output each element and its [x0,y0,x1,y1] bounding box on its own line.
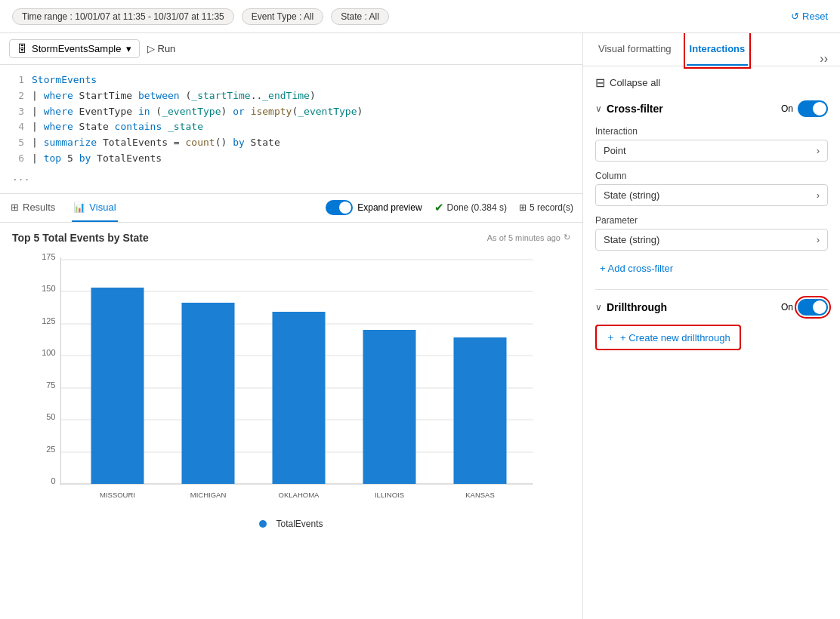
interaction-chevron-icon: › [817,145,820,156]
toggle-knob [339,202,351,214]
drillthrough-toggle[interactable] [798,299,828,316]
drillthrough-toggle-row: On [781,299,828,316]
bar-kansas[interactable] [454,337,507,484]
expand-preview-toggle[interactable]: Expand preview [326,200,422,215]
main-area: 🗄 StormEventsSample ▾ ▷ Run 1 StormEvent… [0,33,840,619]
svg-text:25: 25 [46,445,55,454]
plus-icon: ＋ [606,331,616,344]
svg-text:125: 125 [42,316,55,325]
crossfilter-chevron[interactable]: ∨ [595,103,602,114]
parameter-field: Parameter State (string) › [595,215,828,251]
table-icon: ⊞ [11,202,19,213]
bar-chart-svg: 0 25 50 75 100 125 150 175 [12,250,570,529]
time-range-badge: Time range : 10/01/07 at 11:35 - 10/31/0… [12,8,234,25]
database-icon: 🗄 [17,43,27,54]
code-line-2: 2 | where StartTime between (_startTime.… [12,88,570,104]
interaction-field: Interaction Point › [595,126,828,162]
collapse-all-btn[interactable]: ⊟ Collapse all [595,75,828,90]
top-bar: Time range : 10/01/07 at 11:35 - 10/31/0… [0,0,840,33]
chart-area: Top 5 Total Events by State As of 5 minu… [0,223,582,619]
add-crossfilter-button[interactable]: + Add cross-filter [595,260,673,277]
parameter-chevron-icon: › [817,234,820,245]
crossfilter-toggle[interactable] [798,100,828,117]
db-chevron-icon: ▾ [126,43,131,54]
svg-text:150: 150 [42,284,55,293]
svg-text:MICHIGAN: MICHIGAN [190,491,227,499]
bar-oklahoma[interactable] [273,312,326,484]
drillthrough-section: ∨ Drillthrough On ＋ + Create new drillth… [595,299,828,350]
tab-interactions[interactable]: Interactions [687,33,749,66]
reset-icon: ↺ [791,11,799,22]
column-select[interactable]: State (string) › [595,184,828,206]
code-editor[interactable]: 1 StormEvents 2 | where StartTime betwee… [0,65,582,194]
check-icon: ✔ [434,201,444,214]
code-line-1: 1 StormEvents [12,72,570,88]
toggle-knob [813,300,826,314]
svg-text:175: 175 [42,252,55,261]
state-badge: State : All [331,8,389,25]
query-bar: 🗄 StormEventsSample ▾ ▷ Run [0,33,582,65]
svg-text:100: 100 [42,348,55,357]
bar-missouri[interactable] [91,288,144,484]
right-panel: Visual formatting Interactions ›› ⊟ Coll… [583,33,840,619]
toggle-knob [813,102,826,115]
event-type-badge: Event Type : All [242,8,324,25]
collapse-icon: ⊟ [595,75,605,90]
right-tabs: Visual formatting Interactions ›› [583,33,840,66]
svg-text:ILLINOIS: ILLINOIS [375,491,404,499]
create-drillthrough-button[interactable]: ＋ + Create new drillthrough [595,325,741,350]
svg-text:0: 0 [51,476,55,485]
database-select[interactable]: 🗄 StormEventsSample ▾ [9,39,140,58]
bar-michigan[interactable] [182,303,235,484]
drillthrough-chevron[interactable]: ∨ [595,302,602,313]
svg-text:KANSAS: KANSAS [465,491,495,499]
refresh-icon[interactable]: ↻ [564,233,570,242]
svg-text:50: 50 [46,412,55,421]
svg-text:MISSOURI: MISSOURI [100,491,135,499]
play-icon: ▷ [147,43,155,54]
code-ellipsis: ... [12,167,570,186]
tab-visual[interactable]: 📊 Visual [72,193,117,222]
crossfilter-toggle-row: On [781,100,828,117]
left-panel: 🗄 StormEventsSample ▾ ▷ Run 1 StormEvent… [0,33,583,619]
column-chevron-icon: › [817,189,820,201]
expand-toggle-switch[interactable] [326,200,353,215]
tabs-bar: ⊞ Results 📊 Visual Expand preview ✔ Done… [0,194,582,223]
legend-dot [259,520,267,528]
code-line-3: 3 | where EventType in (_eventType) or i… [12,104,570,120]
chart-title: Top 5 Total Events by State [12,232,149,244]
tab-results[interactable]: ⊞ Results [9,193,57,222]
code-line-6: 6 | top 5 by TotalEvents [12,151,570,167]
parameter-select[interactable]: State (string) › [595,229,828,251]
expand-panel-btn[interactable]: ›› [820,52,828,66]
crossfilter-section: ∨ Cross-filter On Interaction Point › [595,100,828,277]
tab-visual-formatting[interactable]: Visual formatting [595,33,675,66]
code-line-5: 5 | summarize TotalEvents = count() by S… [12,135,570,151]
done-badge: ✔ Done (0.384 s) [434,201,507,214]
section-divider [595,289,828,290]
right-content: ⊟ Collapse all ∨ Cross-filter On [583,66,840,619]
chart-title-row: Top 5 Total Events by State As of 5 minu… [12,232,570,244]
bar-illinois[interactable] [363,330,416,484]
svg-text:OKLAHOMA: OKLAHOMA [279,491,320,499]
records-icon: ⊞ [519,202,527,213]
reset-button[interactable]: ↺ Reset [791,11,828,22]
records-badge: ⊞ 5 record(s) [519,202,573,213]
run-button[interactable]: ▷ Run [147,43,176,54]
svg-text:75: 75 [46,380,55,390]
interaction-select[interactable]: Point › [595,140,828,162]
code-line-4: 4 | where State contains _state [12,119,570,135]
crossfilter-header: ∨ Cross-filter On [595,100,828,117]
chart-legend: TotalEvents [12,519,570,529]
column-field: Column State (string) › [595,171,828,206]
tab-right-area: Expand preview ✔ Done (0.384 s) ⊞ 5 reco… [326,200,573,215]
chevron-right-icon: ›› [820,52,828,66]
chart-meta: As of 5 minutes ago ↻ [487,233,570,242]
drillthrough-header: ∨ Drillthrough On [595,299,828,316]
chart-icon: 📊 [73,202,85,213]
